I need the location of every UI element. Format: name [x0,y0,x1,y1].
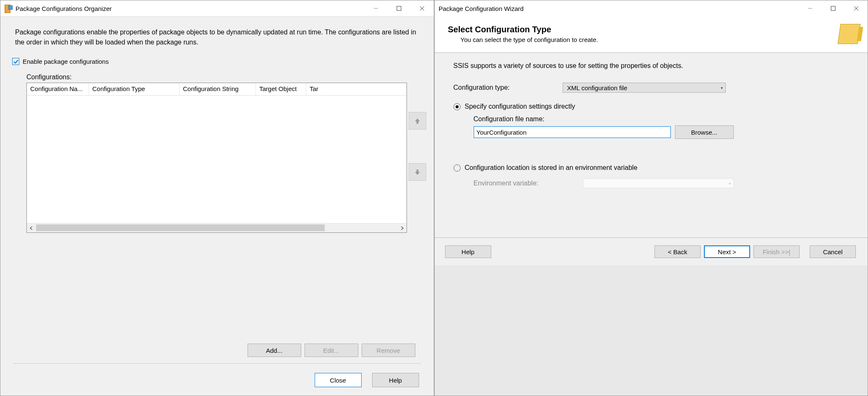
organizer-title: Package Configurations Organizer [16,5,365,12]
h-scrollbar[interactable] [27,223,407,232]
remove-button[interactable]: Remove [362,344,415,357]
chevron-down-icon: ▾ [729,181,731,186]
col-target-object[interactable]: Target Object [256,83,306,95]
svg-rect-5 [831,6,835,10]
radio-specify-directly[interactable] [454,103,461,110]
col-config-string[interactable]: Configuration String [180,83,256,95]
col-config-type[interactable]: Configuration Type [89,83,180,95]
config-type-value: XML configuration file [567,84,628,91]
wizard-cancel-button[interactable]: Cancel [810,245,856,258]
wizard-window: Package Configuration Wizard Select Conf… [434,0,868,396]
wizard-minimize-button[interactable] [798,0,821,16]
wizard-step-title: Select Configuration Type [448,25,839,34]
scroll-thumb[interactable] [36,224,325,231]
app-icon [5,5,12,12]
wizard-step-subtitle: You can select the type of configuration… [448,34,839,43]
edit-button[interactable]: Edit... [305,344,358,357]
wizard-close-button[interactable] [845,0,868,16]
col-config-name[interactable]: Configuration Na... [27,83,89,95]
radio-specify-directly-label: Specify configuration settings directly [465,103,575,110]
add-button[interactable]: Add... [248,344,301,357]
table-body [27,96,407,223]
organizer-titlebar[interactable]: Package Configurations Organizer [0,0,434,16]
configurations-label: Configurations: [0,73,434,83]
enable-configs-label: Enable package configurations [23,58,109,65]
close-dialog-button[interactable]: Close [315,373,362,387]
config-type-dropdown[interactable]: XML configuration file ▾ [563,83,726,93]
radio-env-variable-label: Configuration location is stored in an e… [465,164,638,172]
wizard-intro: SSIS supports a variety of sources to us… [454,62,853,80]
col-target-prop[interactable]: Tar [306,83,407,95]
move-down-button[interactable] [409,163,426,181]
move-up-button[interactable] [409,112,426,130]
wizard-finish-button[interactable]: Finish >>| [753,245,800,258]
wizard-header: Select Configuration Type You can select… [435,16,868,53]
table-header: Configuration Na... Configuration Type C… [27,83,407,96]
config-file-input[interactable] [474,126,671,138]
svg-rect-1 [397,6,401,10]
enable-configs-checkbox[interactable] [12,58,19,65]
env-variable-label: Environment variable: [474,180,579,187]
wizard-help-button[interactable]: Help [445,245,491,258]
organizer-description: Package configurations enable the proper… [0,17,434,54]
scroll-right-arrow[interactable] [397,224,407,233]
env-variable-dropdown: ▾ [583,178,734,188]
wizard-titlebar[interactable]: Package Configuration Wizard [435,0,868,16]
chevron-down-icon: ▾ [721,86,723,90]
radio-env-variable[interactable] [454,164,461,172]
minimize-button[interactable] [365,0,388,16]
scroll-left-arrow[interactable] [27,224,36,233]
browse-button[interactable]: Browse... [675,125,734,139]
wizard-back-button[interactable]: < Back [654,245,701,258]
wizard-window-title: Package Configuration Wizard [439,5,799,12]
help-button[interactable]: Help [372,373,419,387]
organizer-window: Package Configurations Organizer Package… [0,0,434,396]
wizard-icon [838,24,861,44]
maximize-button[interactable] [388,0,411,16]
wizard-next-button[interactable]: Next > [704,245,750,258]
wizard-maximize-button[interactable] [821,0,845,16]
configurations-table[interactable]: Configuration Na... Configuration Type C… [26,83,407,233]
close-button[interactable] [411,0,434,16]
config-type-label: Configuration type: [454,84,558,91]
config-file-label: Configuration file name: [454,115,853,125]
